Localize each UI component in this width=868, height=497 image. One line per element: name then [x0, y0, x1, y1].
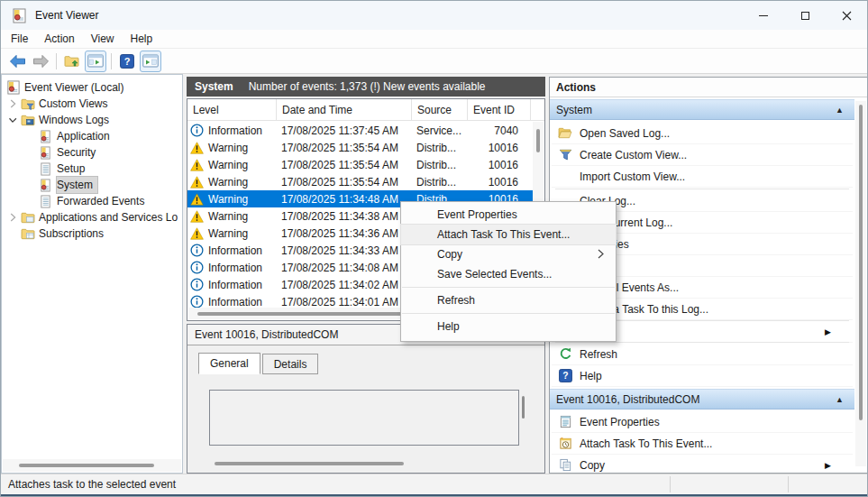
- submenu-arrow-icon: ▶: [825, 461, 831, 470]
- close-button[interactable]: [826, 1, 867, 30]
- information-icon: [190, 295, 204, 308]
- open-folder-icon: [558, 126, 572, 141]
- log-subtitle: Number of events: 1,373 (!) New events a…: [249, 80, 486, 93]
- titlebar: Event Viewer: [1, 1, 867, 30]
- show-hide-console-tree-button[interactable]: [85, 51, 106, 72]
- column-level[interactable]: Level: [187, 99, 277, 121]
- event-log-icon: [38, 178, 53, 192]
- menu-separator: [402, 313, 615, 314]
- window-title: Event Viewer: [35, 9, 98, 22]
- actions-section-system[interactable]: System ▲: [550, 99, 854, 120]
- tree-item-system[interactable]: System: [2, 177, 183, 193]
- submenu-arrow-icon: ▶: [825, 327, 831, 336]
- menu-file[interactable]: File: [1, 30, 36, 48]
- toolbar-separator: [56, 53, 57, 69]
- event-row[interactable]: Warning 17/08/2025 11:35:54 AM Distrib..…: [187, 156, 534, 173]
- help-icon: ?: [558, 369, 572, 383]
- log-plain-icon: [38, 161, 53, 176]
- action-event-properties[interactable]: Event Properties: [552, 411, 853, 433]
- tree-item-event-viewer-local[interactable]: Event Viewer (Local): [2, 79, 183, 96]
- task-clock-icon: [558, 437, 572, 451]
- tab-general[interactable]: General: [198, 353, 260, 374]
- warning-icon: [190, 210, 204, 223]
- actions-separator: [555, 189, 849, 189]
- event-viewer-icon: [5, 80, 21, 95]
- tree-item-label: Custom Views: [39, 97, 107, 110]
- tree-item-setup[interactable]: Setup: [2, 161, 183, 177]
- scrollbar-thumb[interactable]: [859, 105, 863, 420]
- tab-details[interactable]: Details: [262, 354, 319, 374]
- collapse-icon[interactable]: ▲: [836, 395, 844, 404]
- context-menu-help[interactable]: Help: [401, 317, 616, 336]
- menu-action[interactable]: Action: [36, 30, 82, 48]
- menu-view[interactable]: View: [83, 30, 123, 48]
- column-date-and-time[interactable]: Date and Time: [277, 99, 412, 121]
- back-icon: [9, 54, 26, 69]
- context-menu: Event Properties Attach Task To This Eve…: [400, 201, 617, 342]
- event-row[interactable]: Information 17/08/2025 11:37:45 AM Servi…: [187, 122, 534, 139]
- forward-button[interactable]: [30, 51, 51, 72]
- context-menu-event-properties[interactable]: Event Properties: [401, 205, 616, 225]
- actions-section-event[interactable]: Event 10016, DistributedCOM ▲: [550, 389, 854, 410]
- show-hide-action-pane-button[interactable]: [140, 51, 161, 72]
- tree-item-application[interactable]: Application: [2, 128, 183, 144]
- action-create-custom-view[interactable]: Create Custom View...: [552, 144, 853, 166]
- actions-separator: [555, 342, 849, 343]
- minimize-button[interactable]: [743, 1, 784, 30]
- information-icon: [190, 244, 204, 257]
- maximize-button[interactable]: [784, 1, 826, 30]
- information-icon: [190, 124, 204, 137]
- scrollbar-thumb[interactable]: [215, 462, 404, 465]
- status-bar: Attaches task to the selected event: [1, 474, 868, 494]
- action-help[interactable]: ? Help: [552, 365, 853, 387]
- export-list-button[interactable]: [61, 51, 83, 72]
- tree-item-custom-views[interactable]: Custom Views: [2, 96, 183, 112]
- tree-item-windows-logs[interactable]: Windows Logs: [2, 112, 183, 128]
- tree-item-applications-and-services[interactable]: Applications and Services Lo: [2, 209, 183, 225]
- collapse-icon[interactable]: ▲: [836, 106, 844, 115]
- scrollbar-thumb[interactable]: [536, 129, 540, 152]
- maximize-icon: [801, 12, 809, 20]
- warning-icon: [190, 159, 204, 171]
- column-header-row: Level Date and Time Source Event ID: [187, 99, 544, 121]
- context-menu-attach-task[interactable]: Attach Task To This Event...: [401, 225, 616, 244]
- folder-icon: [20, 210, 35, 225]
- tree-item-forwarded-events[interactable]: Forwarded Events: [2, 193, 183, 209]
- log-header: System Number of events: 1,373 (!) New e…: [187, 77, 545, 97]
- column-source[interactable]: Source: [412, 99, 468, 121]
- folder-logs-icon: [20, 113, 35, 127]
- tree-item-subscriptions[interactable]: Subscriptions: [2, 225, 183, 242]
- chevron-right-icon[interactable]: [5, 97, 20, 111]
- action-attach-task-to-event[interactable]: Attach Task To This Event...: [552, 433, 853, 455]
- action-open-saved-log[interactable]: Open Saved Log...: [552, 123, 853, 144]
- export-list-icon: [64, 54, 80, 69]
- tree-item-security[interactable]: Security: [2, 144, 183, 161]
- menu-help[interactable]: Help: [123, 30, 161, 48]
- chevron-right-icon[interactable]: [5, 210, 20, 225]
- folder-filter-icon: [20, 97, 35, 111]
- information-icon: [190, 278, 204, 291]
- event-row[interactable]: Warning 17/08/2025 11:35:54 AM Distrib..…: [187, 139, 534, 156]
- back-button[interactable]: [6, 51, 28, 72]
- event-description-box[interactable]: [209, 390, 519, 446]
- context-menu-copy[interactable]: Copy: [401, 244, 616, 264]
- action-refresh[interactable]: Refresh: [552, 344, 853, 365]
- help-button[interactable]: ?: [116, 51, 138, 72]
- actions-vertical-scrollbar[interactable]: [855, 101, 866, 466]
- document-icon: [558, 415, 572, 429]
- context-menu-save-selected-events[interactable]: Save Selected Events...: [401, 264, 616, 284]
- toolbar: ?: [1, 49, 867, 74]
- tree-horizontal-scrollbar[interactable]: [3, 459, 181, 472]
- column-event-id[interactable]: Event ID: [468, 99, 531, 121]
- event-row[interactable]: Warning 17/08/2025 11:35:54 AM Distrib..…: [187, 173, 534, 190]
- statusbar-divider: [788, 476, 789, 492]
- scrollbar-thumb[interactable]: [19, 464, 154, 467]
- chevron-down-icon[interactable]: [5, 113, 20, 127]
- action-import-custom-view[interactable]: Import Custom View...: [552, 166, 853, 188]
- scrollbar-thumb[interactable]: [522, 396, 525, 419]
- information-icon: [190, 261, 204, 274]
- action-copy[interactable]: Copy ▶: [552, 455, 853, 474]
- svg-text:?: ?: [124, 56, 131, 67]
- refresh-icon: [558, 347, 572, 362]
- context-menu-refresh[interactable]: Refresh: [401, 290, 616, 310]
